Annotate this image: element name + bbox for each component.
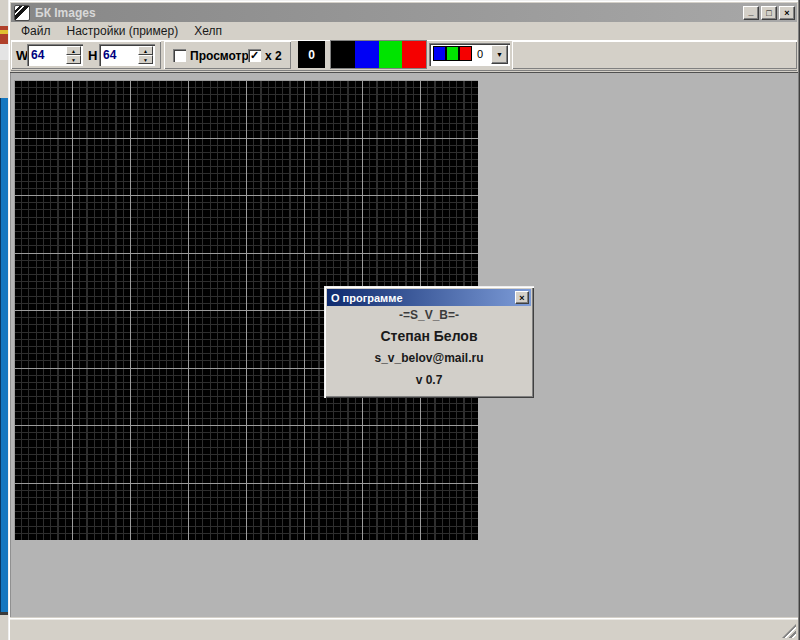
height-spin-up-icon[interactable]: ▲ [138, 46, 153, 55]
menu-item-settings[interactable]: Настройки (пример) [61, 23, 185, 39]
about-dialog-close-icon[interactable]: × [515, 291, 529, 304]
background-window-icon-fragment2 [0, 30, 8, 34]
palette-swatch-blue[interactable] [355, 41, 379, 68]
combobox-value: 0 [477, 48, 483, 60]
combobox-swatch-green [446, 46, 459, 61]
about-author-email: s_v_belov@mail.ru [324, 351, 534, 365]
preview-checkbox-label[interactable]: Просмотр [190, 49, 249, 63]
width-input[interactable] [31, 47, 61, 63]
view-group: Просмотр ✓ x 2 [164, 41, 291, 69]
background-window-fragment [0, 44, 8, 60]
resize-grip-icon[interactable] [782, 624, 796, 638]
size-group: W ▲ ▼ H ▲ ▼ [11, 41, 161, 69]
zoom2x-checkbox-label[interactable]: x 2 [265, 49, 282, 63]
window-title: БК Images [35, 6, 96, 20]
about-version: v 0.7 [324, 373, 534, 387]
width-spin-buttons: ▲ ▼ [66, 46, 81, 64]
about-dialog: О программе × -=S_V_B=- Степан Белов s_v… [324, 286, 534, 398]
combobox-swatches [433, 46, 472, 61]
combobox-swatch-blue [433, 46, 446, 61]
background-window-fragment2 [0, 60, 8, 98]
palette-swatch-red[interactable] [402, 41, 426, 68]
window-controls: _ □ × [743, 6, 795, 20]
toolbar: W ▲ ▼ H ▲ ▼ Просмотр ✓ x 2 [11, 40, 797, 71]
color-index-box[interactable]: 0 [298, 41, 325, 68]
menu-item-help[interactable]: Хелп [188, 23, 228, 39]
background-window-bottom [0, 615, 8, 640]
palette-combobox[interactable]: 0 ▼ [429, 43, 510, 66]
about-dialog-title: О программе [331, 292, 403, 304]
height-spinner: ▲ ▼ [99, 44, 155, 66]
palette-swatch-black[interactable] [331, 41, 355, 68]
toolbar-empty-panel [512, 41, 797, 69]
menu-bar: Файл Настройки (пример) Хелп [11, 22, 797, 40]
maximize-button[interactable]: □ [761, 6, 777, 20]
preview-checkbox[interactable] [173, 49, 186, 62]
width-spinner: ▲ ▼ [27, 44, 83, 66]
height-spin-buttons: ▲ ▼ [138, 46, 153, 64]
about-dialog-title-bar[interactable]: О программе × [327, 289, 531, 306]
height-label: H [88, 48, 97, 63]
title-bar[interactable]: БК Images _ □ × [11, 3, 797, 22]
height-spin-down-icon[interactable]: ▼ [138, 55, 153, 64]
about-app-name: -=S_V_B=- [324, 308, 534, 322]
minimize-button[interactable]: _ [743, 6, 759, 20]
palette [331, 41, 426, 68]
width-spin-up-icon[interactable]: ▲ [66, 46, 81, 55]
zoom2x-checkbox[interactable]: ✓ [248, 49, 261, 62]
height-input[interactable] [103, 47, 133, 63]
about-author-name: Степан Белов [324, 328, 534, 344]
app-icon [14, 5, 30, 21]
status-bar [10, 618, 798, 640]
combobox-swatch-red [459, 46, 472, 61]
width-spin-down-icon[interactable]: ▼ [66, 55, 81, 64]
menu-item-file[interactable]: Файл [15, 23, 57, 39]
palette-swatch-green[interactable] [379, 41, 403, 68]
background-window-icon-fragment [0, 26, 8, 44]
background-window-sliver [0, 0, 8, 640]
close-button[interactable]: × [779, 6, 795, 20]
combobox-dropdown-icon[interactable]: ▼ [491, 45, 508, 64]
